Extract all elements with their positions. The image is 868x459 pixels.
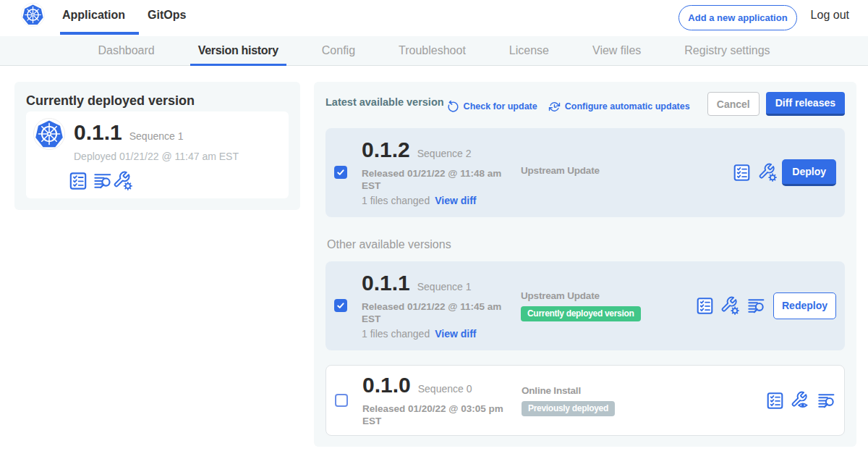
subnav-tab-registry-settings[interactable]: Registry settings: [676, 36, 778, 65]
deployed-version: 0.1.1: [74, 121, 122, 144]
files-changed-line: 1 files changed View diff: [362, 328, 521, 340]
release-info: 0.1.1 Sequence 1 Released 01/21/22 @ 11:…: [362, 271, 521, 340]
subnav-tab-troubleshoot[interactable]: Troubleshoot: [391, 36, 474, 65]
deploy-button[interactable]: Deploy: [782, 159, 836, 186]
header-tabs: Application GitOps: [56, 0, 202, 36]
preflight-checklist-icon[interactable]: [766, 392, 784, 410]
deployed-version-actions: [69, 171, 239, 190]
release-info: 0.1.0 Sequence 0 Released 01/20/22 @ 03:…: [362, 374, 522, 427]
config-view-icon[interactable]: [791, 391, 810, 410]
release-info: 0.1.2 Sequence 2 Released 01/21/22 @ 11:…: [362, 138, 521, 206]
config-gear-icon[interactable]: [721, 296, 740, 315]
release-version: 0.1.1: [362, 271, 410, 295]
deployed-info: 0.1.1 Sequence 1 Deployed 01/21/22 @ 11:…: [74, 121, 239, 190]
schedule-update-icon: [548, 101, 561, 113]
subnav-tab-config[interactable]: Config: [314, 36, 363, 65]
release-checkbox[interactable]: [335, 394, 348, 407]
release-actions: [766, 391, 835, 410]
header-right: Add a new application Log out: [678, 0, 849, 36]
currently-deployed-card: 0.1.1 Sequence 1 Deployed 01/21/22 @ 11:…: [26, 111, 289, 198]
cancel-button[interactable]: Cancel: [707, 92, 760, 116]
tab-application[interactable]: Application: [56, 0, 132, 36]
currently-deployed-title: Currently deployed version: [26, 93, 289, 108]
previously-deployed-badge: Previously deployed: [522, 401, 615, 416]
deployed-timestamp: Deployed 01/21/22 @ 11:47 am EST: [74, 151, 239, 162]
currently-deployed-panel: Currently deployed version 0.1.1 Sequenc…: [14, 82, 300, 210]
add-application-button[interactable]: Add a new application: [678, 5, 796, 30]
currently-deployed-badge: Currently deployed version: [521, 306, 641, 321]
refresh-icon: [447, 101, 459, 113]
check-for-update-label: Check for update: [464, 101, 537, 111]
release-actions: Deploy: [733, 159, 836, 186]
view-diff-link[interactable]: View diff: [435, 328, 476, 340]
release-source-label: Upstream Update: [521, 165, 733, 176]
main-content: Currently deployed version 0.1.1 Sequenc…: [0, 66, 868, 447]
deployed-sequence: Sequence 1: [129, 130, 184, 142]
preflight-checklist-icon[interactable]: [69, 172, 88, 190]
other-versions-title: Other available versions: [327, 238, 845, 251]
view-diff-link[interactable]: View diff: [435, 195, 476, 206]
top-header: Application GitOps Add a new application…: [0, 0, 868, 36]
release-row-0-1-0: 0.1.0 Sequence 0 Released 01/20/22 @ 03:…: [326, 365, 845, 436]
release-timestamp: Released 01/21/22 @ 11:48 am EST: [362, 167, 506, 192]
preflight-checklist-icon[interactable]: [733, 164, 751, 182]
subnav-tab-dashboard[interactable]: Dashboard: [90, 36, 162, 65]
version-line: 0.1.2 Sequence 2: [362, 138, 521, 161]
release-timestamp: Released 01/20/22 @ 03:05 pm EST: [362, 403, 507, 427]
version-history-panel: Latest available version Check for updat…: [314, 82, 856, 447]
version-line: 0.1.1 Sequence 1: [362, 271, 521, 295]
release-timestamp: Released 01/21/22 @ 11:45 am EST: [362, 300, 506, 325]
release-checkbox[interactable]: [334, 299, 347, 312]
release-source: Online Install Previously deployed: [522, 385, 766, 416]
header-actions: Cancel Diff releases: [707, 92, 845, 116]
config-gear-icon[interactable]: [758, 163, 778, 182]
release-sequence: Sequence 0: [418, 383, 472, 395]
release-sequence: Sequence 2: [417, 148, 472, 159]
subnav-tab-version-history[interactable]: Version history: [190, 36, 286, 65]
release-row-0-1-1: 0.1.1 Sequence 1 Released 01/21/22 @ 11:…: [326, 261, 845, 350]
release-version: 0.1.0: [362, 374, 411, 397]
check-for-update-link[interactable]: Check for update: [447, 101, 537, 113]
checkmark-icon: [336, 299, 346, 312]
logout-link[interactable]: Log out: [811, 9, 849, 22]
config-gear-icon[interactable]: [114, 171, 133, 190]
app-kubernetes-logo-icon: [33, 118, 65, 150]
version-line: 0.1.0 Sequence 0: [362, 374, 522, 397]
redeploy-button[interactable]: Redeploy: [773, 292, 836, 319]
release-sequence: Sequence 1: [417, 281, 472, 292]
files-changed-label: 1 files changed: [362, 195, 430, 206]
configure-updates-label: Configure automatic updates: [565, 101, 690, 111]
view-logs-icon[interactable]: [817, 392, 835, 410]
diff-releases-button[interactable]: Diff releases: [766, 92, 845, 116]
subnav-tab-view-files[interactable]: View files: [584, 36, 649, 65]
release-source: Upstream Update: [521, 169, 733, 176]
app-subnav: Dashboard Version history Config Trouble…: [0, 36, 868, 66]
tab-gitops[interactable]: GitOps: [141, 0, 192, 36]
release-source-label: Online Install: [522, 385, 766, 396]
release-version: 0.1.2: [362, 138, 410, 161]
release-source-label: Upstream Update: [521, 290, 696, 301]
subnav-tab-license[interactable]: License: [501, 36, 557, 65]
updates-header: Latest available version Check for updat…: [326, 92, 845, 116]
release-source: Upstream Update Currently deployed versi…: [521, 290, 696, 321]
checkmark-icon: [336, 166, 346, 179]
release-actions: Redeploy: [696, 292, 836, 319]
latest-available-title: Latest available version: [326, 95, 444, 109]
release-checkbox[interactable]: [334, 166, 347, 179]
preflight-checklist-icon[interactable]: [696, 297, 714, 315]
configure-updates-link[interactable]: Configure automatic updates: [548, 101, 690, 113]
version-line: 0.1.1 Sequence 1: [74, 121, 239, 144]
view-logs-icon[interactable]: [93, 172, 112, 190]
view-logs-icon[interactable]: [747, 297, 765, 315]
release-row-0-1-2: 0.1.2 Sequence 2 Released 01/21/22 @ 11:…: [326, 128, 845, 217]
tab-application-label: Application: [62, 9, 125, 22]
files-changed-label: 1 files changed: [362, 328, 430, 340]
tab-gitops-label: GitOps: [148, 9, 186, 22]
kubernetes-logo-icon: [21, 3, 45, 27]
files-changed-line: 1 files changed View diff: [362, 195, 521, 206]
